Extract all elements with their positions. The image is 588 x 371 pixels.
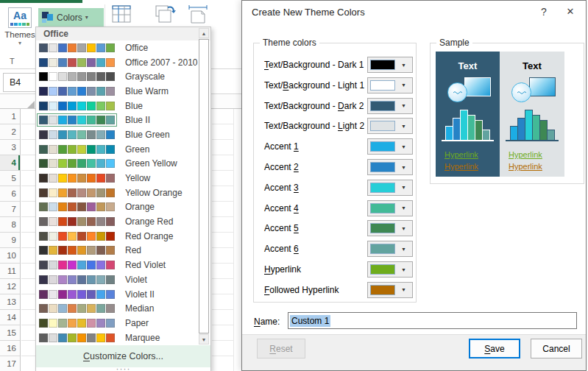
print-titles-button[interactable] (110, 4, 133, 28)
color-swatch (58, 159, 67, 168)
color-scheme-red-orange[interactable]: Red Orange (36, 229, 199, 244)
color-swatch (58, 102, 67, 110)
theme-color-row: Accent 6▼ (242, 241, 419, 257)
color-scheme-orange[interactable]: Orange (36, 200, 199, 215)
color-swatch (96, 188, 105, 197)
reset-button[interactable]: Reset (257, 339, 305, 358)
scheme-swatch-strip (39, 290, 115, 299)
color-scheme-violet-ii[interactable]: Violet II (36, 287, 199, 302)
color-scheme-marquee[interactable]: Marquee (36, 331, 199, 345)
colors-button[interactable]: Colors ▾ (38, 8, 104, 26)
color-swatch (77, 145, 86, 154)
scroll-down-icon[interactable]: ▼ (199, 334, 209, 344)
row-header-1[interactable]: 1 (0, 109, 20, 124)
theme-color-row: Accent 2▼ (242, 159, 419, 175)
color-scheme-blue-warm[interactable]: Blue Warm (36, 84, 199, 99)
themes-button[interactable]: Aa Themes ▾ (3, 6, 37, 57)
scrollbar-thumb[interactable] (199, 39, 209, 333)
color-scheme-red-violet[interactable]: Red Violet (36, 258, 199, 272)
color-swatch (77, 319, 86, 328)
row-header-5[interactable]: 5 (0, 171, 20, 186)
cancel-button[interactable]: Cancel (531, 339, 582, 358)
color-scheme-red[interactable]: Red (36, 244, 199, 258)
color-swatch (58, 232, 67, 241)
color-picker-accent-6[interactable]: ▼ (367, 241, 413, 257)
sample-groupbox: Sample Text Hyperlink Hyperlink Text (430, 43, 584, 184)
help-button[interactable]: ? (536, 4, 551, 19)
row-header-11[interactable]: 11 (0, 264, 20, 279)
color-swatch (49, 202, 57, 211)
color-scheme-grayscale[interactable]: Grayscale (36, 69, 199, 84)
save-button[interactable]: Save (469, 339, 520, 358)
theme-color-row: Followed Hyperlink▼ (242, 282, 419, 298)
color-picker-accent-3[interactable]: ▼ (367, 180, 413, 196)
color-scheme-paper[interactable]: Paper (36, 316, 199, 331)
color-swatch (77, 87, 86, 96)
scheme-swatch-strip (39, 333, 115, 342)
color-scheme-blue-green[interactable]: Blue Green (36, 127, 199, 142)
color-picker-accent-2[interactable]: ▼ (367, 159, 413, 175)
color-picker-accent-5[interactable]: ▼ (367, 220, 413, 236)
color-swatch (106, 145, 115, 154)
theme-name-input[interactable]: Custom 1 (288, 312, 577, 329)
color-scheme-orange-red[interactable]: Orange Red (36, 214, 199, 229)
color-picker-text-background-light-2[interactable]: ▼ (367, 118, 413, 134)
sample-hyperlink: Hyperlink (509, 149, 564, 160)
row-header-8[interactable]: 8 (0, 217, 20, 233)
color-swatch (106, 43, 115, 52)
scheme-swatch-strip (39, 319, 115, 328)
row-header-16[interactable]: 16 (0, 341, 20, 356)
color-scheme-blue[interactable]: Blue (36, 99, 199, 113)
row-header-13[interactable]: 13 (0, 294, 20, 310)
color-picker-accent-4[interactable]: ▼ (367, 200, 413, 216)
row-header-10[interactable]: 10 (0, 248, 20, 264)
color-swatch (58, 87, 67, 96)
color-swatch (106, 217, 115, 226)
color-swatch (96, 202, 105, 211)
color-scheme-yellow[interactable]: Yellow (36, 171, 199, 186)
color-scheme-yellow-orange[interactable]: Yellow Orange (36, 186, 199, 200)
color-scheme-office[interactable]: Office (36, 40, 199, 55)
row-header-17[interactable]: 17 (0, 356, 20, 371)
color-swatch (68, 58, 77, 67)
row-header-4[interactable]: 4 (0, 155, 20, 171)
row-header-3[interactable]: 3 (0, 140, 20, 155)
color-swatch (39, 319, 48, 328)
size-button[interactable] (185, 4, 210, 28)
color-picker-accent-1[interactable]: ▼ (367, 138, 413, 155)
close-button[interactable]: ✕ (562, 4, 579, 19)
dropdown-scrollbar[interactable]: ▲ ▼ (199, 28, 209, 344)
selected-color-swatch (370, 141, 395, 152)
row-header-9[interactable]: 9 (0, 233, 20, 248)
color-picker-followed-hyperlink[interactable]: ▼ (367, 282, 413, 298)
color-swatch (39, 43, 48, 52)
color-picker-text-background-dark-1[interactable]: ▼ (367, 57, 413, 73)
row-header-12[interactable]: 12 (0, 279, 20, 294)
color-picker-hyperlink[interactable]: ▼ (367, 261, 413, 278)
color-swatch (87, 202, 96, 211)
color-swatch (87, 217, 96, 226)
scheme-name: Violet II (125, 289, 155, 300)
color-scheme-office-2007-2010[interactable]: Office 2007 - 2010 (36, 55, 199, 70)
color-picker-text-background-dark-2[interactable]: ▼ (367, 98, 413, 114)
row-header-2[interactable]: 2 (0, 124, 20, 140)
color-scheme-median[interactable]: Median (36, 301, 199, 316)
color-scheme-violet[interactable]: Violet (36, 272, 199, 287)
resize-grip[interactable]: ···· (36, 367, 210, 371)
color-scheme-green-yellow[interactable]: Green Yellow (36, 157, 199, 172)
select-all-icon[interactable] (27, 101, 35, 108)
scheme-name: Red (125, 245, 141, 255)
scheme-swatch-strip (39, 261, 115, 269)
color-swatch (39, 246, 48, 255)
color-scheme-blue-ii[interactable]: Blue II (36, 113, 199, 127)
color-scheme-green[interactable]: Green (36, 142, 199, 157)
row-header-15[interactable]: 15 (0, 325, 20, 341)
row-header-6[interactable]: 6 (0, 186, 20, 202)
scroll-up-icon[interactable]: ▲ (199, 28, 209, 38)
color-picker-text-background-light-1[interactable]: ▼ (367, 77, 413, 93)
theme-colors-dropdown: Office OfficeOffice 2007 - 2010Grayscale… (35, 26, 211, 371)
row-header-7[interactable]: 7 (0, 202, 20, 217)
breaks-button[interactable] (152, 4, 178, 28)
row-header-14[interactable]: 14 (0, 310, 20, 325)
theme-color-row: Accent 3▼ (242, 180, 419, 196)
